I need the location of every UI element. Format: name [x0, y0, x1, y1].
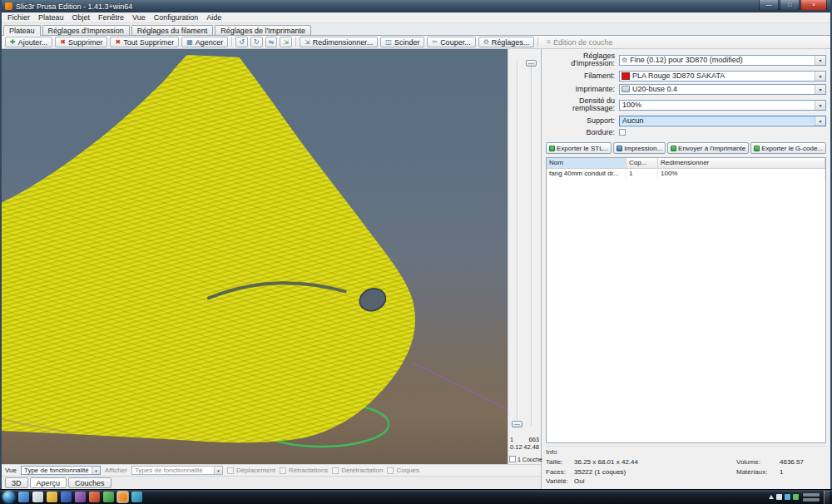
- start-button[interactable]: [2, 491, 15, 503]
- retractions-checkbox[interactable]: [280, 467, 286, 474]
- upper-layer-slider-track[interactable]: [531, 61, 532, 426]
- travel-label: Déplacement: [236, 467, 275, 474]
- split-button[interactable]: ◫ Scinder: [380, 37, 424, 47]
- chevron-down-icon[interactable]: ▾: [815, 56, 825, 65]
- tab-apercu[interactable]: Aperçu: [30, 477, 67, 488]
- taskbar-app-icon[interactable]: [89, 492, 100, 502]
- feature-type-select[interactable]: Types de fonctionnalité ▾: [131, 466, 223, 475]
- tray-icon[interactable]: [776, 494, 782, 500]
- infill-combo[interactable]: 100% ▾: [619, 100, 826, 111]
- lower-layer-slider-thumb[interactable]: [512, 421, 522, 427]
- infill-value: 100%: [620, 101, 815, 109]
- delete-button[interactable]: ✖ Supprimer: [55, 37, 107, 47]
- tab-3d[interactable]: 3D: [5, 477, 28, 488]
- minimize-button[interactable]: —: [759, 0, 779, 11]
- menu-objet[interactable]: Objet: [68, 12, 95, 22]
- print-settings-combo[interactable]: ⚙ Fine (0.12) pour 3D870 (modified) ▾: [619, 55, 826, 66]
- support-label: Support:: [546, 117, 619, 125]
- chevron-down-icon[interactable]: ▾: [815, 116, 825, 126]
- rotate-cw-button[interactable]: ↻: [250, 37, 263, 47]
- export-stl-button[interactable]: Exporter le STL...: [546, 142, 612, 154]
- object-settings-button[interactable]: ⚙ Réglages...: [478, 37, 535, 47]
- chevron-down-icon[interactable]: ▾: [815, 101, 825, 110]
- taskbar-app-icon[interactable]: [61, 492, 72, 502]
- 3d-preview-canvas[interactable]: [2, 49, 508, 464]
- tray-icon[interactable]: [785, 494, 790, 500]
- lower-layer-slider-track[interactable]: [517, 61, 518, 426]
- rotate-ccw-icon: ↺: [239, 39, 245, 46]
- menu-plateau[interactable]: Plateau: [34, 12, 68, 22]
- tab-plateau[interactable]: Plateau: [3, 25, 41, 36]
- menu-configuration[interactable]: Configuration: [150, 12, 203, 22]
- travel-checkbox-row[interactable]: Déplacement: [227, 467, 275, 474]
- size-value: 36.25 x 68.01 x 42.44: [574, 457, 736, 467]
- support-value: Aucun: [620, 116, 815, 125]
- cut-button[interactable]: ✂ Couper...: [427, 37, 475, 47]
- unretractions-checkbox-row[interactable]: Dérétractation: [332, 467, 383, 474]
- layer-editing-button[interactable]: ≡ Édition de couche: [542, 37, 617, 47]
- taskbar-app-icon[interactable]: [131, 492, 142, 502]
- column-header-copies[interactable]: Cop...: [626, 158, 658, 168]
- brim-checkbox[interactable]: [619, 129, 626, 136]
- taskbar-slic3r-icon[interactable]: [117, 492, 128, 502]
- column-header-scale[interactable]: Redimensionner: [658, 158, 825, 168]
- travel-checkbox[interactable]: [227, 467, 234, 474]
- view-mode-select[interactable]: Type de fonctionnalité ▾: [21, 466, 101, 475]
- add-button[interactable]: ✚ Ajouter...: [5, 37, 52, 47]
- single-layer-checkbox[interactable]: [509, 456, 516, 462]
- menu-vue[interactable]: Vue: [128, 12, 150, 22]
- scale-button[interactable]: ⇲: [280, 37, 292, 47]
- menu-fenetre[interactable]: Fenêtre: [94, 12, 128, 22]
- retractions-checkbox-row[interactable]: Rétractations: [280, 467, 328, 474]
- tab-reglages-impression[interactable]: Réglages d'Impression: [42, 25, 130, 35]
- close-button[interactable]: ×: [800, 0, 827, 11]
- chevron-down-icon[interactable]: ▾: [92, 467, 100, 474]
- main-content: 1 663 0.12 42.48 1 Couche: [2, 49, 830, 489]
- brim-label: Bordure:: [546, 129, 619, 136]
- send-to-printer-button[interactable]: Envoyer à l'imprimante: [667, 142, 749, 154]
- shells-checkbox[interactable]: [387, 467, 394, 474]
- delete-all-button[interactable]: ✖ Tout Supprimer: [110, 37, 179, 47]
- taskbar-app-icon[interactable]: [32, 492, 43, 502]
- tray-icon[interactable]: [793, 494, 799, 500]
- taskbar-clock[interactable]: [801, 493, 821, 502]
- taskbar-folder-icon[interactable]: [47, 492, 57, 502]
- tab-reglages-filament[interactable]: Réglages du filament: [131, 25, 214, 35]
- toolbar-separator: [231, 37, 232, 47]
- filament-row: Filament: PLA Rouge 3D870 SAKATA ▾: [546, 71, 826, 82]
- filament-combo[interactable]: PLA Rouge 3D870 SAKATA ▾: [619, 71, 826, 82]
- shells-checkbox-row[interactable]: Coques: [387, 467, 419, 474]
- chevron-down-icon[interactable]: ▾: [815, 72, 825, 81]
- printer-combo[interactable]: U20-buse 0.4 ▾: [619, 84, 826, 95]
- menu-fichier[interactable]: Fichier: [3, 12, 34, 22]
- taskbar-app-icon[interactable]: [18, 492, 29, 502]
- settings-panel: Réglages d'impression: ⚙ Fine (0.12) pou…: [542, 49, 830, 489]
- tab-couches[interactable]: Couches: [68, 477, 111, 488]
- chevron-down-icon[interactable]: ▾: [815, 85, 825, 94]
- upper-layer-slider-thumb[interactable]: [526, 60, 537, 67]
- materials-value: 1: [780, 467, 826, 477]
- maximize-button[interactable]: □: [780, 0, 800, 11]
- print-button[interactable]: Impression...: [613, 142, 666, 154]
- chevron-down-icon[interactable]: ▾: [214, 467, 222, 474]
- taskbar-app-icon[interactable]: [75, 492, 86, 502]
- show-desktop-button[interactable]: [824, 491, 830, 504]
- titlebar[interactable]: Slic3r Prusa Edition - 1.41.3+win64 — □ …: [2, 0, 830, 12]
- menu-aide[interactable]: Aide: [202, 12, 225, 22]
- window-title: Slic3r Prusa Edition - 1.41.3+win64: [16, 2, 759, 11]
- tab-reglages-imprimante[interactable]: Réglages de l'Imprimante: [215, 25, 311, 35]
- menubar: Fichier Plateau Objet Fenêtre Vue Config…: [2, 12, 830, 23]
- single-layer-checkbox-row[interactable]: 1 Couche: [509, 456, 542, 462]
- column-header-name[interactable]: Nom: [547, 158, 626, 168]
- support-combo[interactable]: Aucun ▾: [619, 116, 826, 126]
- 3d-viewport[interactable]: [2, 49, 508, 464]
- rotate-ccw-button[interactable]: ↺: [235, 37, 248, 47]
- table-row[interactable]: fang 40mm conduit dr... 1 100%: [547, 169, 825, 179]
- export-gcode-button[interactable]: Exporter le G-code...: [750, 142, 826, 154]
- mirror-button[interactable]: ⇋: [265, 37, 278, 47]
- show-hidden-icons-button[interactable]: [769, 495, 774, 499]
- unretractions-checkbox[interactable]: [332, 467, 339, 474]
- resize-button[interactable]: ⇲ Redimensionner...: [300, 37, 378, 47]
- arrange-button[interactable]: ▦ Agencer: [181, 37, 228, 47]
- taskbar-app-icon[interactable]: [103, 492, 114, 502]
